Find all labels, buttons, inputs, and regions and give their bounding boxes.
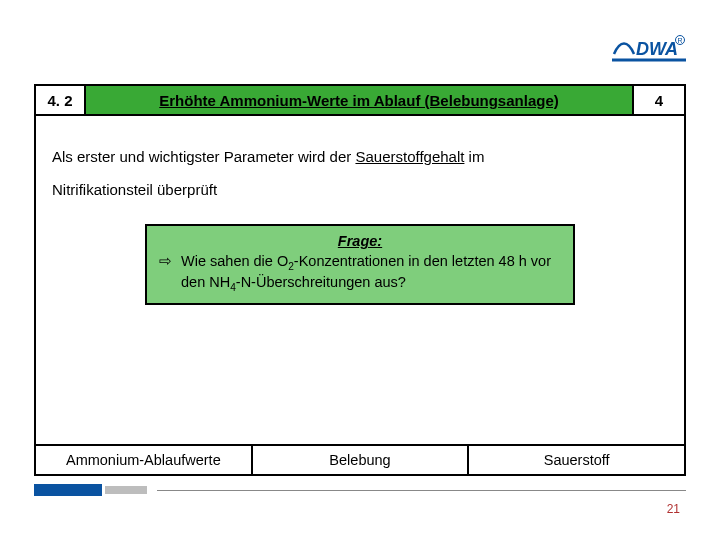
- body-line1-keyword: Sauerstoffgehalt: [355, 148, 464, 165]
- footer-cell-1: Ammonium-Ablaufwerte: [36, 446, 253, 474]
- arrow-icon: ⇨: [159, 252, 181, 295]
- bar-blue: [34, 484, 102, 496]
- slide-number: 21: [667, 502, 680, 516]
- section-number: 4. 2: [36, 86, 86, 114]
- header-row: 4. 2 Erhöhte Ammonium-Werte im Ablauf (B…: [36, 86, 684, 116]
- decorative-bar: [34, 484, 686, 496]
- dwa-logo: DWA R: [612, 34, 686, 64]
- question-heading: Frage:: [159, 232, 561, 252]
- footer-cell-2: Belebung: [253, 446, 470, 474]
- bar-line: [157, 490, 686, 491]
- footer-row: Ammonium-Ablaufwerte Belebung Sauerstoff: [36, 444, 684, 474]
- question-box: Frage: ⇨ Wie sahen die O2-Konzentratione…: [145, 224, 575, 305]
- slide-title: Erhöhte Ammonium-Werte im Ablauf (Belebu…: [86, 86, 634, 114]
- body-line1-c: im: [464, 148, 484, 165]
- svg-text:DWA: DWA: [636, 39, 678, 59]
- body-line2: Nitrifikationsteil überprüft: [52, 173, 668, 206]
- bar-grey: [105, 486, 147, 494]
- page-in-section: 4: [634, 86, 684, 114]
- footer-cell-3: Sauerstoff: [469, 446, 684, 474]
- slide-frame: 4. 2 Erhöhte Ammonium-Werte im Ablauf (B…: [34, 84, 686, 476]
- body-line1-a: Als erster und wichtigster Parameter wir…: [52, 148, 355, 165]
- question-text: Wie sahen die O2-Konzentrationen in den …: [181, 252, 561, 295]
- svg-text:R: R: [677, 37, 682, 44]
- body-text: Als erster und wichtigster Parameter wir…: [36, 116, 684, 206]
